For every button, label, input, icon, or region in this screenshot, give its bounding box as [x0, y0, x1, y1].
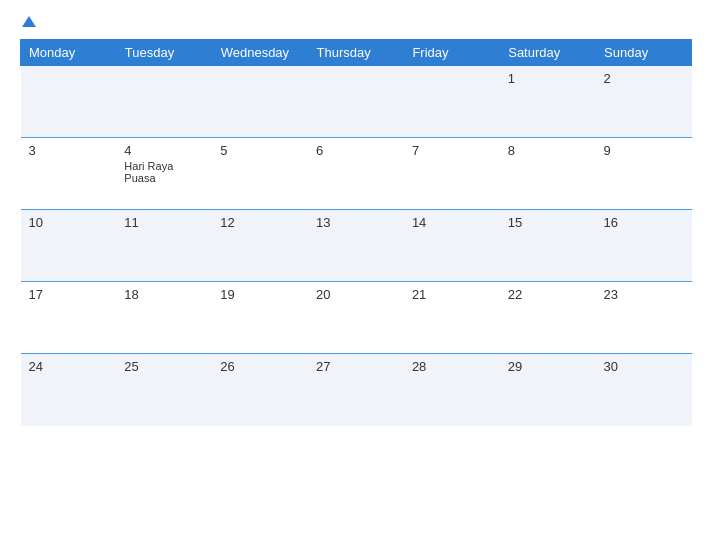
day-number: 22 — [508, 287, 588, 302]
calendar-row: 34Hari Raya Puasa56789 — [21, 138, 692, 210]
day-number: 8 — [508, 143, 588, 158]
day-number: 6 — [316, 143, 396, 158]
calendar-cell — [21, 66, 117, 138]
day-number: 4 — [124, 143, 204, 158]
day-number: 21 — [412, 287, 492, 302]
calendar-header: Monday Tuesday Wednesday Thursday Friday… — [21, 40, 692, 66]
calendar-cell — [308, 66, 404, 138]
calendar-cell: 3 — [21, 138, 117, 210]
calendar-row: 17181920212223 — [21, 282, 692, 354]
day-number: 24 — [29, 359, 109, 374]
calendar-row: 12 — [21, 66, 692, 138]
calendar-page: Monday Tuesday Wednesday Thursday Friday… — [0, 0, 712, 550]
col-thursday: Thursday — [308, 40, 404, 66]
day-number: 20 — [316, 287, 396, 302]
calendar-cell: 14 — [404, 210, 500, 282]
calendar-cell: 19 — [212, 282, 308, 354]
calendar-cell: 4Hari Raya Puasa — [116, 138, 212, 210]
calendar-cell: 21 — [404, 282, 500, 354]
calendar-cell: 8 — [500, 138, 596, 210]
day-number: 13 — [316, 215, 396, 230]
day-number: 17 — [29, 287, 109, 302]
day-event: Hari Raya Puasa — [124, 160, 204, 184]
col-wednesday: Wednesday — [212, 40, 308, 66]
calendar-cell: 2 — [596, 66, 692, 138]
calendar-cell: 25 — [116, 354, 212, 426]
calendar-cell: 11 — [116, 210, 212, 282]
calendar-cell: 12 — [212, 210, 308, 282]
day-number: 15 — [508, 215, 588, 230]
calendar-cell: 24 — [21, 354, 117, 426]
day-number: 5 — [220, 143, 300, 158]
logo-triangle-icon — [22, 16, 36, 27]
day-number: 19 — [220, 287, 300, 302]
calendar-cell — [404, 66, 500, 138]
day-number: 23 — [604, 287, 684, 302]
calendar-cell: 17 — [21, 282, 117, 354]
calendar-row: 10111213141516 — [21, 210, 692, 282]
calendar-cell: 5 — [212, 138, 308, 210]
calendar-cell: 27 — [308, 354, 404, 426]
day-number: 16 — [604, 215, 684, 230]
col-tuesday: Tuesday — [116, 40, 212, 66]
day-number: 9 — [604, 143, 684, 158]
col-friday: Friday — [404, 40, 500, 66]
col-saturday: Saturday — [500, 40, 596, 66]
calendar-cell: 10 — [21, 210, 117, 282]
calendar-cell: 16 — [596, 210, 692, 282]
page-header — [20, 18, 692, 29]
calendar-cell — [212, 66, 308, 138]
day-number: 14 — [412, 215, 492, 230]
calendar-cell — [116, 66, 212, 138]
calendar-body: 1234Hari Raya Puasa567891011121314151617… — [21, 66, 692, 426]
calendar-row: 24252627282930 — [21, 354, 692, 426]
calendar-cell: 9 — [596, 138, 692, 210]
calendar-cell: 22 — [500, 282, 596, 354]
calendar-cell: 7 — [404, 138, 500, 210]
calendar-cell: 15 — [500, 210, 596, 282]
col-sunday: Sunday — [596, 40, 692, 66]
day-number: 27 — [316, 359, 396, 374]
calendar-cell: 30 — [596, 354, 692, 426]
day-number: 12 — [220, 215, 300, 230]
day-number: 26 — [220, 359, 300, 374]
calendar-cell: 23 — [596, 282, 692, 354]
calendar-cell: 20 — [308, 282, 404, 354]
day-number: 28 — [412, 359, 492, 374]
calendar-cell: 6 — [308, 138, 404, 210]
col-monday: Monday — [21, 40, 117, 66]
calendar-cell: 26 — [212, 354, 308, 426]
day-number: 18 — [124, 287, 204, 302]
day-number: 11 — [124, 215, 204, 230]
calendar-cell: 18 — [116, 282, 212, 354]
day-number: 25 — [124, 359, 204, 374]
calendar-cell: 13 — [308, 210, 404, 282]
logo — [20, 18, 36, 29]
day-number: 29 — [508, 359, 588, 374]
day-number: 10 — [29, 215, 109, 230]
day-number: 3 — [29, 143, 109, 158]
day-number: 7 — [412, 143, 492, 158]
day-number: 2 — [604, 71, 684, 86]
day-number: 30 — [604, 359, 684, 374]
calendar-cell: 1 — [500, 66, 596, 138]
calendar-cell: 28 — [404, 354, 500, 426]
day-number: 1 — [508, 71, 588, 86]
calendar-table: Monday Tuesday Wednesday Thursday Friday… — [20, 39, 692, 426]
calendar-cell: 29 — [500, 354, 596, 426]
